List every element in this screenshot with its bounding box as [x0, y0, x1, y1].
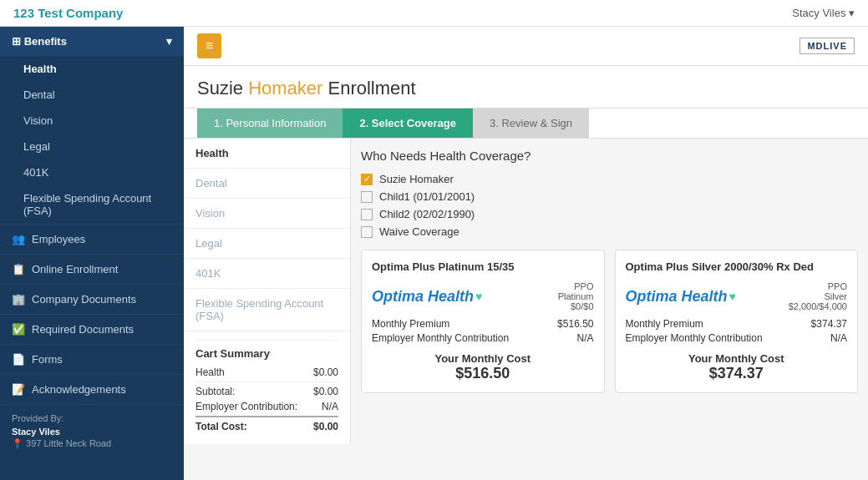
cart-row-1: Subtotal:$0.00 [195, 381, 338, 397]
sidebar-nav-item-health[interactable]: Health [0, 56, 184, 82]
plan-logo-row: Optima Health♥ PPO Platinum $0/$0 [372, 281, 594, 311]
your-cost-value: $516.50 [372, 365, 594, 382]
plan-employer-contribution-row: Employer Monthly Contribution N/A [626, 332, 848, 344]
optima-logo: Optima Health♥ [372, 288, 482, 306]
sidebar-item-icon: 📝 [12, 383, 25, 396]
company-name: 123 Test Company [13, 6, 123, 20]
left-panel-item-health[interactable]: Health [184, 139, 350, 169]
left-panel-item-401k[interactable]: 401K [184, 259, 350, 289]
cart-title: Cart Summary [195, 340, 338, 360]
page-title: Suzie Homaker Enrollment [184, 66, 868, 109]
plan-monthly-premium-row: Monthly Premium $374.37 [626, 318, 848, 330]
sidebar-item-company-documents[interactable]: 🏢Company Documents [0, 284, 184, 314]
checkbox-item-waive-coverage[interactable]: Waive Coverage [361, 225, 858, 238]
hamburger-button[interactable]: ≡ [197, 33, 221, 58]
sidebar-item-icon: ✅ [12, 323, 25, 336]
sidebar-item-online-enrollment[interactable]: 📋Online Enrollment [0, 254, 184, 284]
cart-row-2: Employer Contribution:N/A [195, 401, 338, 412]
user-menu[interactable]: Stacy Viles ▾ [792, 7, 855, 19]
step-1-personal-information[interactable]: 1. Personal Information [197, 109, 343, 138]
left-panel-item-legal[interactable]: Legal [184, 229, 350, 259]
sidebar-nav-item-dental[interactable]: Dental [0, 82, 184, 108]
plan-employer-contribution-row: Employer Monthly Contribution N/A [372, 332, 594, 344]
cart-summary: Cart Summary Health$0.00Subtotal:$0.00Em… [184, 331, 350, 444]
top-bar: 123 Test Company Stacy Viles ▾ [0, 0, 868, 27]
pin-icon: 📍 [12, 438, 23, 448]
checkbox-group: ✓Suzie HomakerChild1 (01/01/2001)Child2 … [361, 173, 858, 238]
optima-logo: Optima Health♥ [626, 288, 736, 306]
sidebar-nav-item-401k[interactable]: 401K [0, 159, 184, 185]
plan-monthly-premium-row: Monthly Premium $516.50 [372, 318, 594, 330]
coverage-question: Who Needs Health Coverage? [361, 149, 858, 163]
checkbox-unchecked-icon [361, 209, 373, 220]
plan-title: Optima Plus Platinum 15/35 [372, 260, 594, 273]
right-panel: Who Needs Health Coverage? ✓Suzie Homake… [351, 139, 868, 444]
checkbox-item-child2-(02/02/1990)[interactable]: Child2 (02/02/1990) [361, 208, 858, 220]
sidebar-footer: Provided By: Stacy Viles 📍 397 Little Ne… [0, 404, 184, 457]
left-panel: HealthDentalVisionLegal401KFlexible Spen… [184, 139, 351, 444]
checkbox-item-child1-(01/01/2001)[interactable]: Child1 (01/01/2001) [361, 190, 858, 203]
checkbox-unchecked-icon [361, 191, 373, 203]
your-cost-label: Your Monthly Cost [372, 352, 594, 365]
your-cost-label: Your Monthly Cost [626, 352, 848, 365]
step-2-select-coverage[interactable]: 2. Select Coverage [343, 109, 473, 138]
plan-logo-row: Optima Health♥ PPO Silver $2,000/$4,000 [626, 281, 848, 311]
sidebar-nav-item-flexible-spending-account-(fsa)[interactable]: Flexible Spending Account (FSA) [0, 185, 184, 224]
sidebar-nav-item-legal[interactable]: Legal [0, 134, 184, 159]
steps-bar: 1. Personal Information2. Select Coverag… [184, 109, 868, 139]
sidebar-item-acknowledgements[interactable]: 📝Acknowledgements [0, 374, 184, 404]
cart-row-3: Total Cost:$0.00 [195, 416, 338, 432]
sidebar-item-forms[interactable]: 📄Forms [0, 344, 184, 374]
page-title-part2: Homaker [248, 78, 327, 99]
sidebar-item-icon: 📄 [12, 353, 25, 366]
sidebar: ⊞ Benefits ▾ HealthDentalVisionLegal401K… [0, 27, 184, 480]
sidebar-main-list: 👥Employees📋Online Enrollment🏢Company Doc… [0, 224, 184, 404]
chevron-icon: ▾ [166, 35, 172, 48]
sidebar-item-employees[interactable]: 👥Employees [0, 224, 184, 254]
main-header: ≡ MDLIVE [184, 27, 868, 66]
grid-icon: ⊞ [12, 35, 21, 48]
agent-name: Stacy Viles [12, 427, 172, 437]
plan-title: Optima Plus Silver 2000/30% Rx Ded [626, 260, 848, 273]
sidebar-nav-item-vision[interactable]: Vision [0, 108, 184, 134]
plan-cards: Optima Plus Platinum 15/35 Optima Health… [361, 250, 858, 393]
page-title-part1: Suzie [197, 78, 248, 99]
sidebar-nav-list: HealthDentalVisionLegal401KFlexible Spen… [0, 56, 184, 224]
your-cost-value: $374.37 [626, 365, 848, 382]
sidebar-item-icon: 👥 [12, 233, 25, 245]
plan-type: PPO Platinum $0/$0 [558, 281, 594, 311]
left-panel-item-dental[interactable]: Dental [184, 169, 350, 199]
benefits-section-header[interactable]: ⊞ Benefits ▾ [0, 27, 184, 56]
checkbox-item-suzie-homaker[interactable]: ✓Suzie Homaker [361, 173, 858, 185]
heart-icon: ♥ [475, 290, 482, 303]
heart-icon: ♥ [729, 290, 736, 303]
cart-row-0: Health$0.00 [195, 366, 338, 378]
main-content: ≡ MDLIVE Suzie Homaker Enrollment 1. Per… [184, 27, 868, 480]
left-panel-item-flexible-spending-account-(fsa)[interactable]: Flexible Spending Account (FSA) [184, 289, 350, 331]
sidebar-item-icon: 🏢 [12, 293, 25, 306]
plan-type: PPO Silver $2,000/$4,000 [789, 281, 847, 311]
step-3-review--sign[interactable]: 3. Review & Sign [473, 109, 589, 138]
mdlive-badge: MDLIVE [799, 38, 855, 54]
checkbox-checked-icon: ✓ [361, 174, 373, 185]
left-panel-item-vision[interactable]: Vision [184, 199, 350, 229]
plan-card-1[interactable]: Optima Plus Silver 2000/30% Rx Ded Optim… [615, 250, 859, 393]
plan-card-0[interactable]: Optima Plus Platinum 15/35 Optima Health… [361, 250, 605, 393]
checkbox-unchecked-icon [361, 226, 373, 238]
sidebar-item-required-documents[interactable]: ✅Required Documents [0, 314, 184, 344]
page-title-part3: Enrollment [328, 78, 416, 99]
content-area: HealthDentalVisionLegal401KFlexible Spen… [184, 139, 868, 444]
agent-address: 📍 397 Little Neck Road [12, 438, 172, 449]
provided-by-label: Provided By: [12, 413, 172, 423]
sidebar-item-icon: 📋 [12, 263, 25, 275]
